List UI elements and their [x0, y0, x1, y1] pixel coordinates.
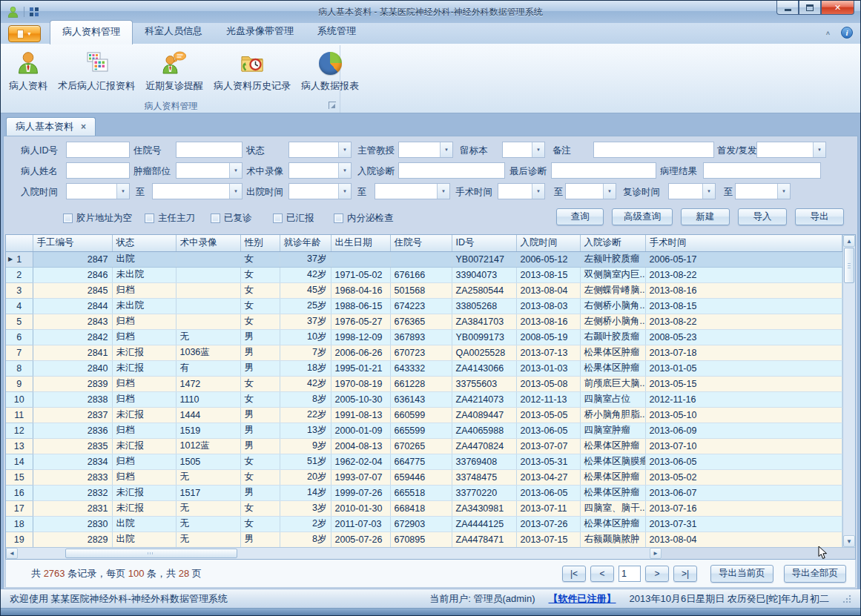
table-row[interactable]: 32845归档女45岁1968-04-16501568ZA25805442013… — [6, 282, 842, 298]
filter-combo[interactable]: ▼ — [668, 183, 716, 199]
table-cell[interactable]: 1472 — [176, 376, 240, 391]
table-cell[interactable] — [176, 267, 240, 282]
table-cell[interactable]: 1993-07-07 — [331, 469, 390, 485]
table-cell[interactable]: 2013-08-03 — [516, 298, 580, 314]
filter-combo[interactable]: ▼ — [375, 183, 450, 199]
table-cell[interactable]: 右颞叶胶质瘤 — [580, 329, 645, 345]
table-cell[interactable]: 8岁 — [280, 391, 331, 407]
table-cell[interactable]: 男 — [240, 531, 280, 547]
row-header[interactable]: 13 — [6, 438, 33, 454]
table-cell[interactable]: 未出院 — [112, 298, 176, 314]
table-cell[interactable]: 右额颞脑脓肿 — [580, 531, 645, 547]
table-cell[interactable]: 男 — [240, 438, 280, 454]
minimize-button[interactable] — [776, 1, 799, 15]
table-cell[interactable]: 出院 — [112, 251, 176, 267]
table-cell[interactable]: 2841 — [33, 345, 112, 360]
table-cell[interactable]: 女 — [240, 469, 280, 485]
table-cell[interactable]: 1517 — [176, 485, 240, 500]
import-button[interactable]: 导入 — [738, 208, 787, 225]
table-cell[interactable]: 660599 — [390, 407, 452, 423]
filter-combo[interactable]: ▼ — [756, 142, 826, 158]
table-cell[interactable]: 1110 — [176, 391, 240, 407]
combo-dropdown-icon[interactable]: ▼ — [702, 184, 715, 199]
table-cell[interactable]: 女 — [240, 282, 280, 298]
table-cell[interactable]: 670895 — [390, 531, 452, 547]
table-cell[interactable]: 676166 — [390, 267, 452, 282]
table-cell[interactable]: 2013-07-18 — [645, 345, 842, 360]
table-cell[interactable]: 25岁 — [280, 298, 331, 314]
table-cell[interactable]: 2842 — [33, 329, 112, 345]
collapse-ribbon-icon[interactable]: ∧ — [825, 30, 831, 36]
prev-page-button[interactable]: < — [590, 566, 614, 582]
row-header[interactable]: 19 — [6, 531, 33, 547]
row-header[interactable]: 15 — [6, 469, 33, 485]
table-cell[interactable]: YB0099173 — [452, 329, 516, 345]
table-cell[interactable]: 1970-08-19 — [331, 376, 390, 391]
table-cell[interactable]: 2000-01-09 — [331, 423, 390, 438]
table-cell[interactable]: 2847 — [33, 251, 112, 267]
table-cell[interactable]: 22岁 — [280, 407, 331, 423]
table-cell[interactable]: 女 — [240, 391, 280, 407]
vertical-scroll-thumb[interactable] — [844, 248, 854, 283]
table-row[interactable]: 62842归档无男10岁1998-12-09367893YB0099173200… — [6, 329, 842, 345]
table-cell[interactable]: 2013-01-03 — [516, 360, 580, 376]
filter-combo[interactable]: ▼ — [398, 142, 453, 158]
table-cell[interactable]: 33748475 — [452, 469, 516, 485]
row-header[interactable]: 2 — [6, 267, 33, 282]
table-cell[interactable]: ZA4214073 — [452, 391, 516, 407]
table-cell[interactable]: 643332 — [390, 360, 452, 376]
table-cell[interactable]: 女 — [240, 516, 280, 531]
table-cell[interactable]: 2岁 — [280, 516, 331, 531]
table-cell[interactable]: 四脑室、脑干... — [580, 500, 645, 516]
table-cell[interactable]: 2013-07-31 — [645, 516, 842, 531]
table-row[interactable]: 82840未汇报有男18岁1995-01-21643332ZA414306620… — [6, 360, 842, 376]
table-cell[interactable]: 2013-05-02 — [645, 469, 842, 485]
table-cell[interactable]: 2008-05-23 — [645, 329, 842, 345]
table-cell[interactable]: 女 — [240, 500, 280, 516]
export-all-pages-button[interactable]: 导出全部页 — [784, 565, 847, 583]
checkbox[interactable] — [211, 213, 220, 223]
row-header[interactable]: 11 — [6, 407, 33, 423]
table-cell[interactable]: 1962-02-04 — [331, 454, 390, 469]
table-cell[interactable]: 2839 — [33, 376, 112, 391]
table-row[interactable]: 152833归档无女20岁1993-07-0765944633748475201… — [6, 469, 842, 485]
combo-dropdown-icon[interactable]: ▼ — [532, 184, 544, 199]
table-cell[interactable]: 20岁 — [280, 469, 331, 485]
table-cell[interactable]: 男 — [240, 423, 280, 438]
table-cell[interactable]: 668418 — [390, 500, 452, 516]
table-cell[interactable]: 归档 — [112, 454, 176, 469]
app-logo-icon[interactable] — [7, 6, 19, 19]
table-cell[interactable]: 男 — [240, 329, 280, 345]
table-cell[interactable]: 归档 — [112, 329, 176, 345]
table-cell[interactable]: 2013-01-05 — [645, 360, 842, 376]
table-cell[interactable] — [390, 251, 452, 267]
table-row[interactable]: 22846未出院女42岁1971-05-02676166339040732013… — [6, 267, 842, 282]
page-number-input[interactable] — [618, 566, 641, 582]
table-cell[interactable]: 松果体区脑膜瘤 — [580, 454, 645, 469]
table-cell[interactable]: 33755603 — [452, 376, 516, 391]
table-cell[interactable]: 女 — [240, 298, 280, 314]
table-cell[interactable]: 676365 — [390, 314, 452, 329]
filter-combo[interactable]: ▼ — [735, 183, 791, 199]
table-cell[interactable]: 1971-05-02 — [331, 267, 390, 282]
filter-combo[interactable]: ▼ — [288, 142, 352, 158]
column-header[interactable]: 住院号 — [390, 235, 452, 251]
table-cell[interactable]: 672903 — [390, 516, 452, 531]
table-cell[interactable]: 2005-10-30 — [331, 391, 390, 407]
scroll-left-icon[interactable]: ◄ — [6, 548, 18, 559]
table-cell[interactable]: 归档 — [112, 391, 176, 407]
table-row[interactable]: 72841未汇报1036蓝男7岁2006-06-26670723QA002552… — [6, 345, 842, 360]
row-header[interactable]: 10 — [6, 391, 33, 407]
select-all-corner[interactable] — [6, 235, 33, 251]
dialog-launcher-icon[interactable] — [329, 102, 336, 109]
row-header[interactable]: 14 — [6, 454, 33, 469]
table-cell[interactable]: 2843 — [33, 314, 112, 329]
row-header[interactable]: ▶1 — [6, 251, 33, 267]
filter-combo[interactable]: ▼ — [502, 142, 545, 158]
table-cell[interactable]: 2013-07-07 — [516, 438, 580, 454]
table-cell[interactable]: 2006-05-17 — [645, 251, 842, 267]
table-cell[interactable]: 2013-08-22 — [645, 267, 842, 282]
ribbon-button-postop-report[interactable]: 术后病人汇报资料 — [53, 47, 140, 96]
table-cell[interactable]: 1968-04-16 — [331, 282, 390, 298]
table-cell[interactable]: 无 — [176, 329, 240, 345]
